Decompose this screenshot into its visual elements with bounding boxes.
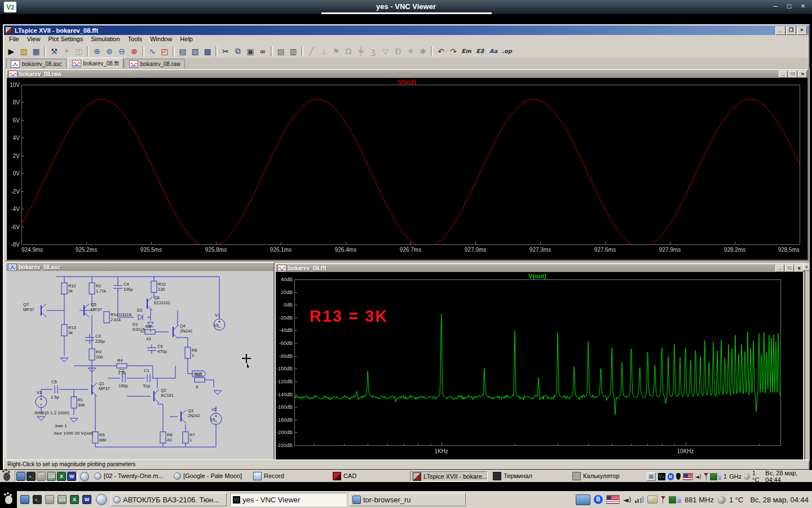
tile-vertical-icon[interactable]: ▧ [189, 45, 201, 57]
undo-icon[interactable]: ↶ [435, 45, 447, 57]
menu-file[interactable]: File [5, 35, 23, 44]
raw-plot-pane[interactable]: V(out) 10V8V6V4V2V0V-2V-4V-6V-8V924.9ms9… [7, 78, 807, 260]
inductor-icon[interactable]: ʒ [367, 45, 379, 57]
close-button[interactable]: × [797, 27, 807, 35]
gnome-menu-icon[interactable] [3, 472, 10, 481]
menu-window[interactable]: Window [146, 35, 176, 44]
zoom-box-icon[interactable]: ◰ [158, 45, 171, 57]
taskbar-button[interactable]: LTspice XVII - bokare... [410, 471, 488, 481]
zoom-in-icon[interactable]: ⊕ [91, 45, 103, 57]
open-icon[interactable]: ▨ [17, 45, 30, 57]
autorange-icon[interactable]: ∿ [146, 45, 158, 57]
folder-tray-icon[interactable] [576, 494, 590, 505]
clock[interactable]: Вс, 28 мар, 04:44 [765, 470, 810, 483]
halt-icon[interactable]: ◫ [73, 45, 85, 57]
gnome-menu-button[interactable] [0, 491, 17, 508]
volume-icon[interactable]: ◄) [695, 474, 702, 480]
maximize-button[interactable]: □ [785, 265, 794, 272]
menu-simulation[interactable]: Simulation [87, 35, 123, 44]
rotate-icon[interactable]: E∃ [473, 45, 487, 57]
capacitor-icon[interactable]: ╪ [355, 45, 367, 57]
file-manager-icon[interactable] [16, 472, 25, 481]
vnc-close-button[interactable]: × [797, 0, 809, 13]
excel-icon[interactable]: X [57, 472, 66, 481]
minimize-button[interactable]: _ [775, 27, 785, 35]
word-icon[interactable]: W [67, 472, 76, 481]
raw-trace-label[interactable]: V(out) [398, 78, 416, 85]
close-button[interactable]: x [795, 265, 804, 272]
tab-bokarev_08-raw[interactable]: bokarev_08.raw [125, 59, 185, 68]
cut-icon[interactable]: ✂ [219, 45, 232, 57]
close-button[interactable]: × [798, 71, 807, 78]
draw-wire-icon[interactable]: ╱ [305, 45, 317, 57]
taskbar-button[interactable]: CAD [330, 471, 407, 480]
vnc-minimize-button[interactable]: – [770, 0, 781, 13]
terminal-icon[interactable]: >_ [33, 495, 42, 504]
component-icon[interactable]: ✳ [404, 45, 417, 57]
taskbar-button[interactable]: Калькулятор [570, 471, 647, 480]
tab-bokarev_08-fft[interactable]: bokarev_08.fft [68, 58, 123, 68]
tab-bokarev_08-asc[interactable]: bokarev_08.asc [6, 59, 67, 68]
menu-tools[interactable]: Tools [124, 35, 147, 44]
maximize-button[interactable]: □ [788, 71, 797, 78]
print-preview-icon[interactable]: ▥ [287, 45, 299, 57]
browser-icon[interactable] [96, 494, 107, 505]
asc-titlebar[interactable]: bokarev_08.asc [6, 263, 273, 271]
minimize-button[interactable]: _ [775, 265, 784, 272]
archive-icon[interactable] [45, 495, 54, 504]
save-tray-icon[interactable]: ▦ [647, 472, 655, 481]
taskbar-button[interactable]: АВТОКЛУБ ВАЗ-2106. Тюн... [111, 493, 227, 506]
fft-trace-label[interactable]: V(out) [528, 273, 546, 279]
taskbar-button[interactable]: Record [251, 471, 328, 480]
minimize-button[interactable]: _ [779, 71, 788, 78]
fft-plot-pane[interactable]: V(out) R13 = 3K 40dB20dB0dB-20dB-40dB-60… [276, 272, 803, 460]
bluetooth-icon[interactable]: B [668, 473, 674, 480]
bjt-icon[interactable]: Ð [392, 45, 404, 57]
raw-titlebar[interactable]: bokarev_08.raw _ □ × [7, 70, 807, 78]
wine-icon[interactable] [661, 496, 665, 503]
schematic-canvas[interactable]: R122kR21.71kC4100µR10130Q7MP37Q5MP37Q6EC… [6, 271, 273, 460]
print-icon[interactable]: ▤ [275, 45, 287, 57]
signal-bars-icon[interactable] [635, 496, 644, 503]
find-icon[interactable]: ∞ [257, 45, 269, 57]
excel-icon[interactable]: X [70, 495, 79, 504]
menu-view[interactable]: View [23, 35, 45, 44]
battery-charger-icon[interactable] [647, 496, 657, 503]
browser-icon[interactable] [80, 472, 89, 481]
mirror-icon[interactable]: Em [460, 45, 473, 57]
diode-icon[interactable]: ▽ [379, 45, 392, 57]
cpu-battery-icon[interactable] [710, 473, 721, 480]
zoom-out-icon[interactable]: ⊖ [116, 45, 128, 57]
label-net-icon[interactable]: ⚑ [330, 45, 342, 57]
cpu-battery-icon[interactable] [669, 496, 681, 503]
terminal-icon[interactable]: >_ [27, 472, 36, 481]
misc-component-icon[interactable]: ✱ [417, 45, 429, 57]
taskbar-button[interactable]: tor-browser_ru [350, 493, 466, 506]
control-panel-icon[interactable]: ⚒ [48, 45, 60, 57]
restore-button[interactable]: ❐ [786, 27, 796, 35]
clock[interactable]: Вс, 28 мар, 04:44 [750, 496, 809, 504]
file-manager-icon[interactable] [20, 495, 29, 504]
schematic-pane[interactable]: R122kR21.71kC4100µR10130Q7MP37Q5MP37Q6EC… [6, 271, 273, 460]
wrench-icon[interactable]: ⌖ [60, 45, 73, 57]
redo-icon[interactable]: ↷ [447, 45, 460, 57]
tile-horizontal-icon[interactable]: ▤ [176, 45, 189, 57]
paste-icon[interactable]: ▣ [244, 45, 257, 57]
menu-help[interactable]: Help [176, 35, 197, 44]
ground-icon[interactable]: ⊥ [317, 45, 330, 57]
zoom-pan-icon[interactable]: ⊚ [103, 45, 116, 57]
volume-icon[interactable]: ◄) [623, 496, 632, 504]
bluetooth-icon[interactable]: B [594, 495, 603, 504]
taskbar-button[interactable]: V2yes - VNC Viewer [230, 493, 346, 506]
strip-close-button[interactable]: x [803, 264, 810, 271]
menu-plot-settings[interactable]: Plot Settings [44, 35, 87, 44]
vnc-maximize-button[interactable]: □ [784, 0, 795, 13]
fft-plot[interactable] [276, 272, 803, 460]
run-icon[interactable]: ▶ [5, 45, 17, 57]
text-icon[interactable]: Aa [487, 45, 500, 57]
wine-icon[interactable] [704, 473, 708, 480]
spice-directive-icon[interactable]: .op [500, 45, 514, 57]
taskbar-button[interactable]: Терминал [491, 471, 567, 480]
calculator-icon[interactable]: 123 [58, 495, 67, 504]
vnc-tray-icon[interactable]: V2 [658, 473, 665, 480]
